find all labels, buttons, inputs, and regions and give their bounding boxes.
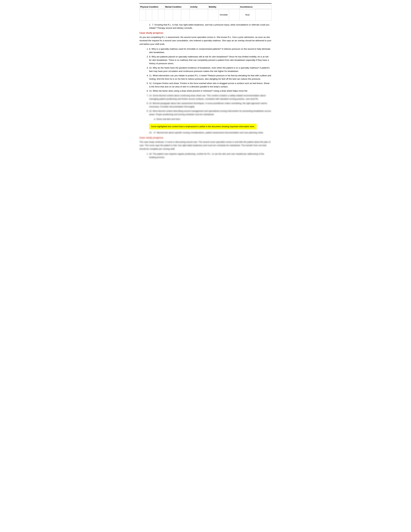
blurred-list: 14. Some blurred content about continuin… bbox=[149, 94, 271, 116]
col-header-activity: Activity bbox=[189, 5, 208, 9]
list-item-5: 12. Compare friction and shear. Friction… bbox=[149, 82, 271, 88]
case-study-heading: Case study progress bbox=[140, 31, 271, 34]
second-case-heading: Case study progress bbox=[140, 136, 271, 139]
phys-sub-4 bbox=[158, 9, 164, 20]
list-item-1: 8. Why is a specialty mattress used for … bbox=[149, 48, 271, 54]
col-header-mobility: Mobility bbox=[208, 5, 240, 9]
phys-sub-3 bbox=[152, 9, 159, 20]
list-item-2: 9. Why are patients placed on specialty … bbox=[149, 55, 271, 65]
col-header-mental: Mental Condition bbox=[165, 5, 189, 9]
phys-sub-2 bbox=[146, 9, 152, 20]
mental-sub-3 bbox=[181, 9, 189, 20]
blurred-items: 14. Some blurred content about continuin… bbox=[140, 94, 271, 121]
item-10-text: 17. Blurred text about specific nursing … bbox=[153, 131, 263, 134]
blurred-item-7: 14. Some blurred content about continuin… bbox=[149, 94, 271, 101]
mental-cell bbox=[165, 9, 189, 20]
mobility-cell: Immobile bbox=[208, 9, 240, 20]
table-row: Immobile fecal bbox=[140, 9, 271, 20]
second-case-ol: 18. The patient care requires regular po… bbox=[149, 152, 271, 159]
col-header-physical: Physical Condition bbox=[140, 5, 165, 9]
phys-sub-1 bbox=[140, 9, 146, 20]
second-case-list: 18. The patient care requires regular po… bbox=[140, 152, 271, 159]
second-case-item-1: 18. The patient care requires regular po… bbox=[149, 152, 271, 159]
physical-cell bbox=[140, 9, 165, 20]
table-header-row: Physical Condition Mental Condition Acti… bbox=[140, 5, 271, 9]
intro-item-text: 7. Knowing that R.L. is frail, has right… bbox=[149, 24, 269, 29]
second-case-intro: The case study continues. A nurse is dis… bbox=[140, 140, 271, 151]
item-10-number: 10. bbox=[149, 131, 152, 134]
mobility-sub-2: Immobile bbox=[219, 9, 229, 20]
assessment-table: Physical Condition Mental Condition Acti… bbox=[140, 5, 271, 21]
incontinence-cell: fecal bbox=[240, 9, 271, 20]
case-study-list: 8. Why is a specialty mattress used for … bbox=[149, 48, 271, 93]
top-border bbox=[140, 3, 271, 4]
list-item-3: 10. Why do the heels have the greatest i… bbox=[149, 66, 271, 73]
mental-sub-2 bbox=[173, 9, 181, 20]
list-item-6: 13. What risk factor does using a draw s… bbox=[149, 89, 271, 93]
mental-sub-1 bbox=[165, 9, 173, 20]
mobility-sub-3 bbox=[229, 9, 239, 20]
incon-sub-1: fecal bbox=[240, 9, 256, 20]
incon-sub-2 bbox=[256, 9, 271, 20]
intro-item-number: 2. bbox=[149, 24, 151, 26]
sub-item-a: a. Some sub-item text here. bbox=[154, 117, 271, 121]
blurred-item-10: 10. 17. Blurred text about specific nurs… bbox=[140, 131, 271, 134]
case-study-intro: As you are completing R.L.'s assessment,… bbox=[140, 36, 271, 46]
list-item-4: 11. What intervention can you initiate t… bbox=[149, 74, 271, 81]
blurred-item-8: 15. Blurred paragraph about skin assessm… bbox=[149, 102, 271, 108]
highlighted-block: Some highlighted text content that is em… bbox=[149, 124, 257, 129]
blurred-item-9: 16. More blurred content describing woun… bbox=[149, 109, 271, 116]
col-header-incontinence: Incontinence bbox=[240, 5, 271, 9]
mobility-sub-1 bbox=[208, 9, 219, 20]
intro-numbered-item: 2. 7. Knowing that R.L. is frail, has ri… bbox=[149, 23, 271, 30]
activity-cell bbox=[189, 9, 208, 20]
